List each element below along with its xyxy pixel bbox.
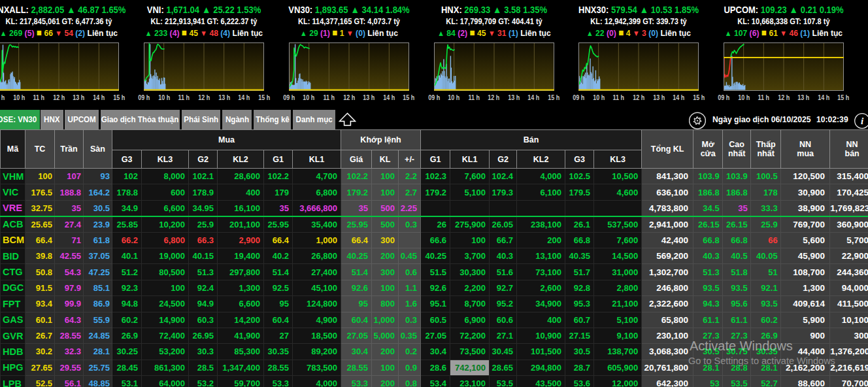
svg-text:i: i — [861, 116, 864, 126]
